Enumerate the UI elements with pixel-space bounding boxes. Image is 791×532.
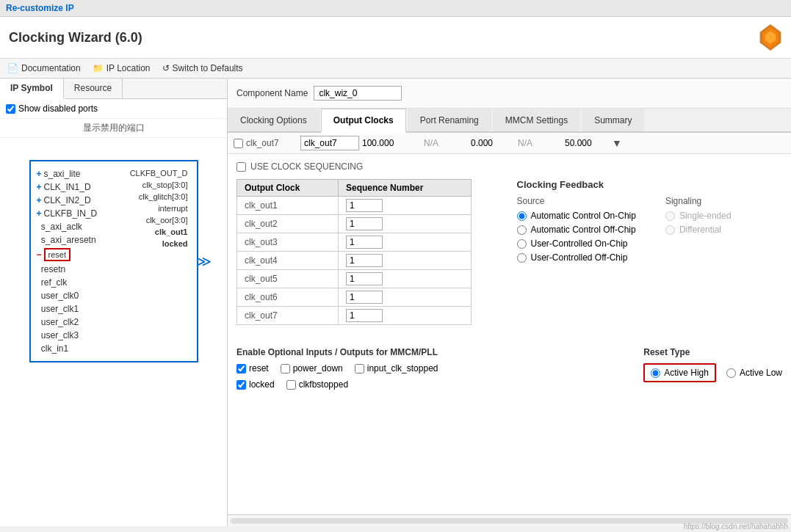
reset-type-row: Active High Active Low (643, 363, 782, 382)
seq-number-input[interactable] (346, 236, 383, 249)
component-name-input[interactable] (314, 86, 402, 101)
table-row: clk_out7 (237, 307, 472, 325)
port-clkfb-in-d: + CLKFB_IN_D (31, 207, 104, 220)
active-low-label: Active Low (740, 368, 782, 378)
table-row: clk_out5 (237, 270, 472, 288)
expand-row-arrow: ▼ (612, 137, 622, 149)
location-icon: 📁 (93, 63, 104, 73)
tab-summary[interactable]: Summary (582, 109, 644, 131)
two-col: Output Clock Sequence Number clk_out1clk… (236, 179, 782, 325)
clk-out7-name-input[interactable] (300, 136, 359, 150)
port-s-axi-lite: + s_axi_lite (31, 167, 104, 181)
radio-single-ended-input (665, 211, 675, 221)
input-clk-stopped-item: input_clk_stopped (355, 363, 438, 374)
optional-section: Enable Optional Inputs / Outputs for MMC… (236, 347, 629, 396)
tab-resource[interactable]: Resource (64, 79, 123, 98)
documentation-button[interactable]: 📄 Documentation (7, 63, 81, 73)
use-clock-seq-label: USE CLOCK SEQUENCING (250, 161, 363, 172)
clkfbstopped-checkbox[interactable] (286, 380, 296, 390)
seq-number-cell (338, 233, 471, 252)
show-disabled-checkbox[interactable] (6, 104, 15, 114)
tab-output-clocks[interactable]: Output Clocks (321, 109, 406, 133)
ip-location-button[interactable]: 📁 IP Location (93, 63, 151, 73)
radio-auto-off-chip-label: Automatic Control Off-Chip (531, 225, 636, 235)
seq-number-input[interactable] (346, 272, 383, 285)
seq-number-input[interactable] (346, 254, 383, 267)
clk-out7-label: clk_out7 (246, 138, 297, 148)
active-low-radio[interactable] (726, 368, 736, 378)
documentation-label: Documentation (21, 63, 81, 73)
switch-defaults-label: Switch to Defaults (173, 63, 243, 73)
radio-single-ended-label: Single-ended (679, 211, 732, 221)
radio-user-off-chip: User-Controlled Off-Chip (517, 252, 636, 263)
table-row: clk_out3 (237, 233, 472, 252)
clkfbstopped-label: clkfbstopped (299, 379, 348, 390)
active-high-box: Active High (643, 363, 716, 382)
switch-defaults-button[interactable]: ↺ Switch to Defaults (162, 63, 243, 73)
tab-port-renaming[interactable]: Port Renaming (408, 109, 491, 131)
reset-type-title: Reset Type (643, 347, 782, 357)
clk-duty: 50.000 (565, 138, 609, 148)
reset-opt-checkbox[interactable] (236, 364, 246, 374)
feedback-title: Clocking Feedback (517, 179, 783, 190)
tab-clocking-options[interactable]: Clocking Options (228, 109, 319, 131)
port-interrupt: interrupt (124, 203, 194, 214)
radio-user-off-chip-label: User-Controlled Off-Chip (531, 252, 628, 263)
clk-out7-checkbox[interactable] (234, 139, 243, 148)
reset-opt-label: reset (249, 363, 269, 374)
seq-number-cell (338, 307, 471, 325)
port-locked: locked (124, 238, 194, 249)
port-reset: − reset (31, 247, 104, 263)
radio-auto-on-chip-input[interactable] (517, 211, 527, 221)
radio-auto-off-chip-input[interactable] (517, 225, 527, 235)
seq-number-input[interactable] (346, 217, 383, 230)
reset-checkbox-item: reset (236, 363, 269, 374)
ip-symbol-area: + s_axi_lite + CLK_IN1_D + CLK_IN2_D + (0, 138, 227, 526)
seq-number-input[interactable] (346, 199, 383, 212)
show-disabled-row: Show disabled ports (0, 99, 227, 119)
seq-number-cell (338, 288, 471, 307)
radio-user-off-chip-input[interactable] (517, 253, 527, 263)
locked-checkbox[interactable] (236, 380, 246, 390)
clk-freq-val: 100.000 (362, 138, 421, 148)
port-clk-out1: clk_out1 (124, 226, 194, 238)
optional-row-1: reset power_down input_clk_stopped (236, 363, 629, 374)
feedback-signaling-col: Signaling Single-ended Differential (665, 196, 732, 266)
tab-ip-symbol[interactable]: IP Symbol (0, 79, 64, 99)
radio-auto-on-chip: Automatic Control On-Chip (517, 211, 636, 221)
main-layout: IP Symbol Resource Show disabled ports 显… (0, 79, 791, 526)
clock-seq-row: USE CLOCK SEQUENCING (236, 161, 782, 172)
port-clk-oor: clk_oor[3:0] (124, 214, 194, 226)
clocking-feedback: Clocking Feedback Source Automatic Contr… (517, 179, 783, 325)
sequence-table-area: Output Clock Sequence Number clk_out1clk… (236, 179, 502, 325)
show-disabled-label: Show disabled ports (18, 103, 98, 114)
tab-mmcm-settings[interactable]: MMCM Settings (493, 109, 580, 131)
clk-phase: 0.000 (471, 138, 515, 148)
component-name-label: Component Name (236, 88, 308, 98)
seq-clock-cell: clk_out4 (237, 252, 339, 270)
input-clk-stopped-checkbox[interactable] (355, 364, 364, 374)
seq-number-cell (338, 252, 471, 270)
clkfbstopped-checkbox-item: clkfbstopped (286, 379, 348, 390)
feedback-cols: Source Automatic Control On-Chip Automat… (517, 196, 783, 266)
radio-user-on-chip: User-Controlled On-Chip (517, 238, 636, 249)
radio-differential-input (665, 225, 675, 235)
radio-differential: Differential (665, 225, 732, 235)
port-user-clk1: user_clk1 (31, 302, 104, 316)
clk-na2: N/A (518, 138, 562, 148)
optional-row-2: locked clkfbstopped (236, 379, 629, 390)
title-bar: Clocking Wizard (6.0) (0, 17, 791, 59)
seq-header-clock: Output Clock (237, 180, 339, 197)
seq-number-input[interactable] (346, 309, 383, 322)
power-down-checkbox[interactable] (281, 364, 290, 374)
port-clk-stop: clk_stop[3:0] (124, 179, 194, 191)
radio-user-on-chip-input[interactable] (517, 239, 527, 249)
table-row: clk_out1 (237, 197, 472, 215)
chinese-label: 显示禁用的端口 (0, 119, 227, 138)
use-clock-seq-checkbox[interactable] (236, 162, 246, 172)
port-clk-in2-d: + CLK_IN2_D (31, 194, 104, 207)
seq-number-input[interactable] (346, 291, 383, 304)
active-high-radio[interactable] (651, 368, 660, 378)
port-clk-in1: clk_in1 (31, 342, 104, 355)
port-right-group: CLKFB_OUT_D clk_stop[3:0] clk_glitch[3:0… (124, 167, 197, 355)
